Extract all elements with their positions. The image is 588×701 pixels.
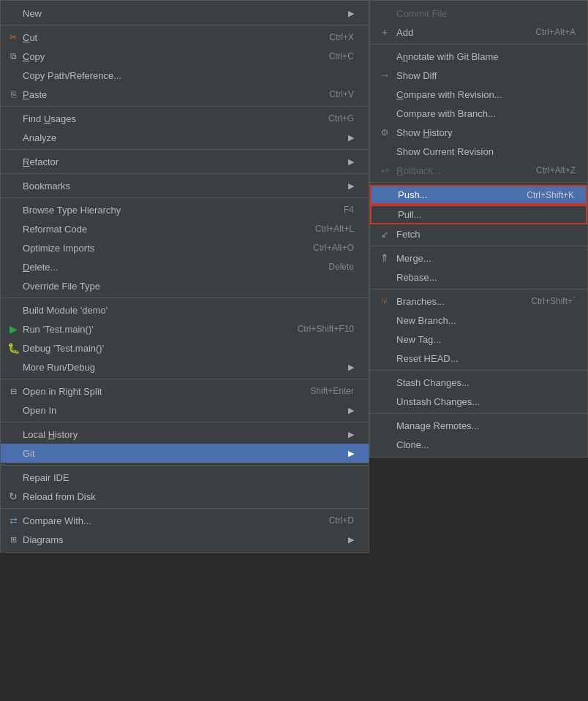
menu-item-merge[interactable]: ⇑ Merge... [370, 249, 587, 268]
menu-item-repair-ide[interactable]: Repair IDE [1, 468, 369, 487]
add-icon: + [377, 26, 392, 38]
menu-item-rebase[interactable]: Rebase... [370, 268, 587, 287]
menu-item-bookmarks[interactable]: Bookmarks ▶ [1, 176, 369, 195]
diff-icon: → [377, 69, 392, 81]
menu-item-analyze[interactable]: Analyze ▶ [1, 128, 369, 147]
arrow-icon: ▶ [348, 181, 354, 191]
menu-item-branches[interactable]: ⑂ Branches... Ctrl+Shift+` [370, 292, 587, 311]
compare-icon: ⇄ [7, 515, 20, 526]
menu-item-clone[interactable]: Clone... [370, 435, 587, 454]
menu-item-open-in[interactable]: Open In ▶ [1, 401, 369, 420]
arrow-icon: ▶ [348, 406, 354, 415]
arrow-icon: ▶ [348, 449, 354, 458]
menu-item-run[interactable]: ▶ Run 'Test.main()' Ctrl+Shift+F10 [1, 319, 369, 338]
separator [1, 508, 369, 509]
menu-item-add[interactable]: + Add Ctrl+Alt+A [370, 23, 587, 42]
menu-item-git[interactable]: Git ▶ [1, 444, 369, 463]
menu-item-open-right-split[interactable]: ⊟ Open in Right Split Shift+Enter [1, 382, 369, 401]
separator [1, 197, 369, 198]
arrow-icon: ▶ [348, 363, 354, 372]
separator [1, 379, 369, 379]
menu-item-manage-remotes[interactable]: Manage Remotes... [370, 416, 587, 435]
separator [370, 413, 587, 414]
menu-item-compare-with[interactable]: ⇄ Compare With... Ctrl+D [1, 511, 369, 530]
arrow-icon: ▶ [348, 535, 354, 545]
merge-icon: ⇑ [377, 252, 392, 264]
separator [370, 289, 587, 289]
menu-item-build[interactable]: Build Module 'demo' [1, 300, 369, 319]
menu-item-refactor[interactable]: Refactor ▶ [1, 152, 369, 171]
menu-item-reload[interactable]: ↻ Reload from Disk [1, 487, 369, 506]
separator [1, 465, 369, 466]
undo-icon: ↩ [377, 165, 392, 176]
menu-item-reformat[interactable]: Reformat Code Ctrl+Alt+L [1, 219, 369, 238]
menu-item-cut[interactable]: ✂ Cut Ctrl+X [1, 28, 369, 47]
reload-icon: ↻ [7, 490, 20, 502]
menu-item-browse-hierarchy[interactable]: Browse Type Hierarchy F4 [1, 200, 369, 219]
copy-icon: ⧉ [7, 51, 20, 61]
menu-item-more-run[interactable]: More Run/Debug ▶ [1, 357, 369, 376]
menu-item-new-tag[interactable]: New Tag... [370, 330, 587, 349]
separator [1, 173, 369, 174]
separator [370, 182, 587, 183]
fetch-icon: ↙ [377, 229, 392, 240]
paste-icon: ⎘ [7, 89, 20, 99]
separator [370, 44, 587, 45]
menu-item-stash[interactable]: Stash Changes... [370, 373, 587, 392]
menu-item-diagrams[interactable]: ⊞ Diagrams ▶ [1, 530, 369, 549]
menu-item-reset-head[interactable]: Reset HEAD... [370, 349, 587, 368]
menu-item-show-current[interactable]: Show Current Revision [370, 142, 587, 161]
arrow-icon: ▶ [348, 157, 354, 167]
menu-item-local-history[interactable]: Local History ▶ [1, 425, 369, 444]
context-menu-left: New ▶ ✂ Cut Ctrl+X ⧉ Copy Ctrl+C Copy Pa… [0, 0, 369, 553]
branch-icon: ⑂ [377, 296, 392, 307]
menu-item-debug[interactable]: 🐛 Debug 'Test.main()' [1, 338, 369, 357]
menu-item-commit-file[interactable]: Commit File [370, 4, 587, 23]
separator [1, 149, 369, 150]
menu-item-show-history[interactable]: ⊙ Show History [370, 123, 587, 142]
separator [1, 298, 369, 298]
separator [1, 422, 369, 423]
menu-item-annotate[interactable]: Annotate with Git Blame [370, 47, 587, 66]
debug-icon: 🐛 [7, 342, 20, 354]
menu-item-find-usages[interactable]: Find Usages Ctrl+G [1, 109, 369, 128]
menu-item-compare-revision[interactable]: Compare with Revision... [370, 85, 587, 104]
arrow-icon: ▶ [348, 430, 354, 439]
arrow-icon: ▶ [348, 133, 354, 143]
separator [370, 370, 587, 371]
menu-item-new-branch[interactable]: New Branch... [370, 311, 587, 330]
split-icon: ⊟ [7, 387, 20, 396]
menu-item-fetch[interactable]: ↙ Fetch [370, 224, 587, 243]
menu-item-new[interactable]: New ▶ [1, 4, 369, 23]
menu-item-paste[interactable]: ⎘ Paste Ctrl+V [1, 85, 369, 104]
menu-item-pull[interactable]: Pull... [370, 205, 587, 224]
menu-item-override[interactable]: Override File Type [1, 276, 369, 295]
menu-item-copy[interactable]: ⧉ Copy Ctrl+C [1, 47, 369, 66]
clock-icon: ⊙ [377, 127, 392, 137]
separator [370, 246, 587, 246]
run-icon: ▶ [7, 323, 20, 335]
context-menu-right: Commit File + Add Ctrl+Alt+A Annotate wi… [369, 0, 588, 458]
separator [1, 25, 369, 26]
menu-item-push[interactable]: ↑ Push... Ctrl+Shift+K [370, 185, 587, 205]
menu-item-delete[interactable]: Delete... Delete [1, 257, 369, 276]
scissors-icon: ✂ [7, 32, 20, 42]
menu-item-optimize[interactable]: Optimize Imports Ctrl+Alt+O [1, 238, 369, 257]
menu-item-unstash[interactable]: Unstash Changes... [370, 392, 587, 411]
arrow-icon: ▶ [348, 9, 354, 18]
menu-item-rollback[interactable]: ↩ Rollback... Ctrl+Alt+Z [370, 161, 587, 180]
menu-item-copy-path[interactable]: Copy Path/Reference... [1, 66, 369, 85]
separator [1, 106, 369, 107]
menu-item-compare-branch[interactable]: Compare with Branch... [370, 104, 587, 123]
menu-item-show-diff[interactable]: → Show Diff [370, 66, 587, 85]
push-icon: ↑ [379, 189, 393, 201]
diagrams-icon: ⊞ [7, 535, 20, 545]
